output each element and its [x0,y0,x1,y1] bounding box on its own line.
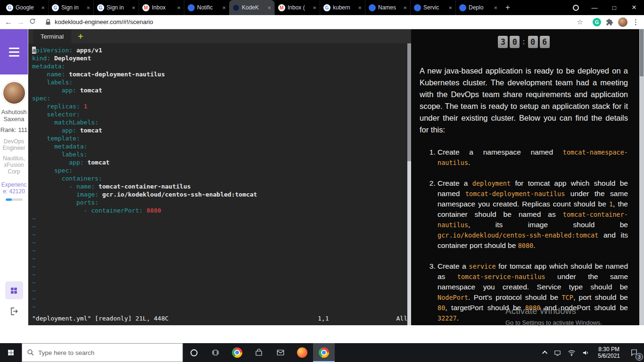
task-view-button[interactable] [205,343,226,362]
user-rank: Rank: 111 [0,126,27,133]
sidebar: Ashutosh Saxena Rank: 111 DevOps Enginee… [0,29,28,325]
terminal-scrollbar-thumb[interactable] [407,43,411,161]
browser-tab[interactable]: GSign in× [93,0,139,15]
battery-icon[interactable] [553,349,561,357]
yaml-key: spec: [54,167,73,174]
browser-tab[interactable]: MInbox× [139,0,184,15]
browser-tab[interactable]: Names× [365,0,410,15]
terminal-line: replicas: 1 [32,102,403,110]
tab-close-icon[interactable]: × [267,4,271,11]
new-tab-button[interactable]: + [501,0,515,15]
network-icon[interactable] [568,349,576,357]
extensions-icon[interactable] [606,18,613,26]
yaml-num: 8080 [143,207,161,214]
browser-profile-avatar[interactable] [618,17,627,27]
browser-tab[interactable]: Gkubern× [320,0,365,15]
tab-close-icon[interactable]: × [358,4,362,11]
minimize-button[interactable]: — [585,0,604,15]
yaml-key: labels: [62,151,88,158]
terminal-empty-line: ~ [32,214,403,222]
docs-favicon [369,4,376,11]
browser-tab[interactable]: GGoogle× [3,0,48,15]
tab-close-icon[interactable]: × [494,4,497,11]
cortana-icon [190,349,198,356]
user-name: Ashutosh Saxena [0,108,28,123]
browser-tab[interactable]: Servic× [410,0,455,15]
inline-code: service [469,263,496,270]
menu-toggle-button[interactable] [0,29,28,74]
terminal-line: selector: [32,110,403,118]
tab-close-icon[interactable]: × [448,4,452,11]
terminal-line: name: tomcat-deployment-nautilus [32,70,403,78]
new-terminal-button[interactable]: + [78,31,83,41]
terminal-screen[interactable]: apiVersion: apps/v1kind: Deploymentmetad… [28,43,411,325]
address-bar[interactable]: kodekloud-engineer.com/#!/scenario ☆ [41,16,588,28]
taskbar-store-button[interactable] [248,343,270,362]
browser-menu-icon[interactable]: ⋮ [632,18,639,26]
task-panel-scrollbar[interactable] [639,29,644,325]
browser-tab[interactable]: Notific× [184,0,229,15]
media-controls-glyph [573,5,579,11]
apps-grid-button[interactable] [5,281,23,299]
tab-close-icon[interactable]: × [222,4,226,11]
media-controls-icon[interactable] [567,0,585,15]
yaml-key: labels: [47,79,73,86]
text-run: . Port's protocol should be [468,293,561,301]
tab-close-icon[interactable]: × [132,4,135,11]
action-center-button[interactable]: 3 [624,343,644,362]
volume-icon[interactable] [582,349,590,357]
indent [32,135,47,142]
maximize-button[interactable]: □ [604,0,624,15]
taskbar-firefox-button[interactable] [291,343,313,362]
task-list: Create a namespace named tomcat-namespac… [420,147,628,323]
taskbar-search[interactable] [22,343,183,362]
back-button[interactable]: ← [5,18,12,26]
reload-button[interactable] [29,18,36,26]
browser-tab[interactable]: Deplo× [455,0,501,15]
tab-close-icon[interactable]: × [41,4,45,11]
browser-tab[interactable]: KodeK× [229,0,274,15]
terminal-tab[interactable]: Terminal [33,29,71,43]
terminal-line: spec: [32,166,403,174]
hidden-icons-chevron[interactable] [542,351,547,356]
browser-tab[interactable]: GSign in× [48,0,93,15]
tab-title: Sign in [107,4,129,11]
profile-avatar [2,81,26,105]
grammarly-extension-icon[interactable]: G [593,18,601,26]
yaml-key: containers: [62,175,102,182]
tab-close-icon[interactable]: × [177,4,181,11]
logout-icon [9,307,18,316]
url-text[interactable]: kodekloud-engineer.com/#!/scenario [55,18,573,25]
logout-button[interactable] [9,307,18,318]
yaml-key: metadata: [54,143,87,150]
search-input[interactable] [38,344,182,362]
terminal-scrollbar[interactable] [407,43,411,325]
close-window-button[interactable]: × [624,0,644,15]
tab-close-icon[interactable]: × [403,4,407,11]
task-panel-scrollbar-thumb[interactable] [640,29,644,76]
start-button[interactable] [0,343,22,362]
text-run: . [533,241,535,249]
terminal-line: labels: [32,78,403,86]
taskbar-chrome-button[interactable] [226,343,248,362]
taskbar-clock[interactable]: 8:30 PM 5/6/2021 [594,343,624,362]
task-list-item: Create a namespace named tomcat-namespac… [438,147,628,168]
tab-title: Notific [197,4,220,11]
cortana-button[interactable] [183,343,205,362]
clock-time: 8:30 PM [598,346,619,353]
taskbar-mail-button[interactable] [270,343,291,362]
browser-tab[interactable]: MInbox (× [274,0,320,15]
task-view-icon [211,348,220,357]
taskbar-chrome-active-button[interactable] [313,343,335,362]
forward-button[interactable]: → [17,18,25,26]
terminal-line: template: [32,134,403,142]
indent [32,175,62,182]
tab-title: Sign in [61,4,84,11]
text-run: , its image should be [468,221,628,229]
yaml-key: name: [76,183,95,190]
tab-close-icon[interactable]: × [313,4,316,11]
experience-progress-fill [6,198,12,201]
tab-close-icon[interactable]: × [86,4,90,11]
terminal-header: Terminal + [28,29,411,43]
bookmark-star-icon[interactable]: ☆ [577,18,583,26]
